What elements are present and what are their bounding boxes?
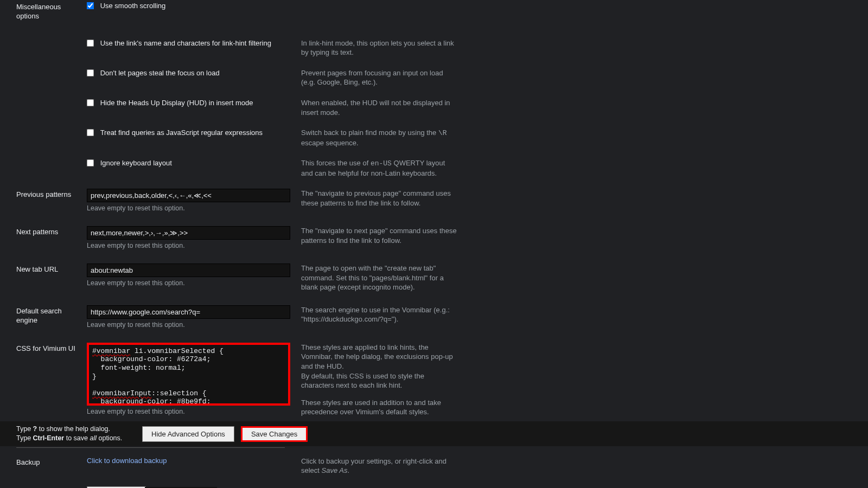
regex-find-desc: Switch back to plain find mode by using … <box>301 128 458 147</box>
ignore-keyboard-checkbox[interactable] <box>87 159 94 167</box>
ignore-keyboard-option[interactable]: Ignore keyboard layout <box>87 158 172 166</box>
hide-hud-checkbox[interactable] <box>87 99 94 107</box>
link-hint-filtering-checkbox[interactable] <box>87 40 94 47</box>
search-engine-desc: The search engine to use in the Vomnibar… <box>301 305 458 324</box>
download-backup-link[interactable]: Click to download backup <box>87 457 167 465</box>
hide-hud-option[interactable]: Hide the Heads Up Display (HUD) in inser… <box>87 98 253 106</box>
previous-patterns-input[interactable] <box>87 189 290 202</box>
search-engine-helper: Leave empty to reset this option. <box>87 321 290 329</box>
regex-find-label: Treat find queries as JavaScript regular… <box>100 129 263 137</box>
no-focus-steal-desc: Prevent pages from focusing an input on … <box>301 68 458 87</box>
footer-bar: Type ? to show the help dialog. Type Ctr… <box>0 421 868 446</box>
previous-patterns-desc: The "navigate to previous page" command … <box>301 189 458 208</box>
link-hint-filtering-option[interactable]: Use the link's name and characters for l… <box>87 38 271 47</box>
misc-options-heading: Miscellaneous options <box>16 1 87 21</box>
smooth-scrolling-checkbox[interactable] <box>87 2 94 10</box>
next-patterns-desc: The "navigate to next page" command uses… <box>301 226 458 245</box>
css-vimium-helper: Leave empty to reset this option. <box>87 408 290 415</box>
new-tab-url-label: New tab URL <box>16 264 87 273</box>
no-focus-steal-option[interactable]: Don't let pages steal the focus on load <box>87 68 220 76</box>
new-tab-url-helper: Leave empty to reset this option. <box>87 279 290 287</box>
hide-hud-desc: When enabled, the HUD will not be displa… <box>301 98 458 117</box>
hide-advanced-button[interactable]: Hide Advanced Options <box>142 426 234 442</box>
save-changes-button[interactable]: Save Changes <box>241 426 308 442</box>
next-patterns-helper: Leave empty to reset this option. <box>87 242 290 249</box>
previous-patterns-helper: Leave empty to reset this option. <box>87 204 290 212</box>
no-focus-steal-label: Don't let pages steal the focus on load <box>100 69 220 77</box>
next-patterns-input[interactable] <box>87 226 290 240</box>
previous-patterns-label: Previous patterns <box>16 189 87 198</box>
footer-help-text: Type ? to show the help dialog. Type Ctr… <box>16 425 142 443</box>
no-focus-steal-checkbox[interactable] <box>87 69 94 77</box>
link-hint-filtering-desc: In link-hint mode, this option lets you … <box>301 38 458 57</box>
css-vimium-desc: These styles are applied to link hints, … <box>301 343 458 417</box>
section-divider <box>16 447 285 448</box>
next-patterns-label: Next patterns <box>16 226 87 236</box>
backup-desc: Click to backup your settings, or right-… <box>301 457 458 476</box>
ignore-keyboard-label: Ignore keyboard layout <box>100 159 172 167</box>
css-vimium-textarea[interactable]: #vomnibar li.vomnibarSelected { backgrou… <box>87 343 290 406</box>
link-hint-filtering-label: Use the link's name and characters for l… <box>100 39 271 47</box>
hide-hud-label: Hide the Heads Up Display (HUD) in inser… <box>100 99 253 107</box>
smooth-scrolling-label: Use smooth scrolling <box>100 2 166 10</box>
search-engine-label: Default search engine <box>16 305 87 325</box>
search-engine-input[interactable] <box>87 305 290 319</box>
ignore-keyboard-desc: This forces the use of en-US QWERTY layo… <box>301 158 458 178</box>
new-tab-url-input[interactable] <box>87 264 290 277</box>
regex-find-option[interactable]: Treat find queries as JavaScript regular… <box>87 128 263 136</box>
regex-find-checkbox[interactable] <box>87 129 94 137</box>
new-tab-url-desc: The page to open with the "create new ta… <box>301 264 458 292</box>
css-vimium-label: CSS for Vimium UI <box>16 343 87 352</box>
backup-label: Backup <box>16 457 87 466</box>
smooth-scrolling-option[interactable]: Use smooth scrolling <box>87 1 165 9</box>
